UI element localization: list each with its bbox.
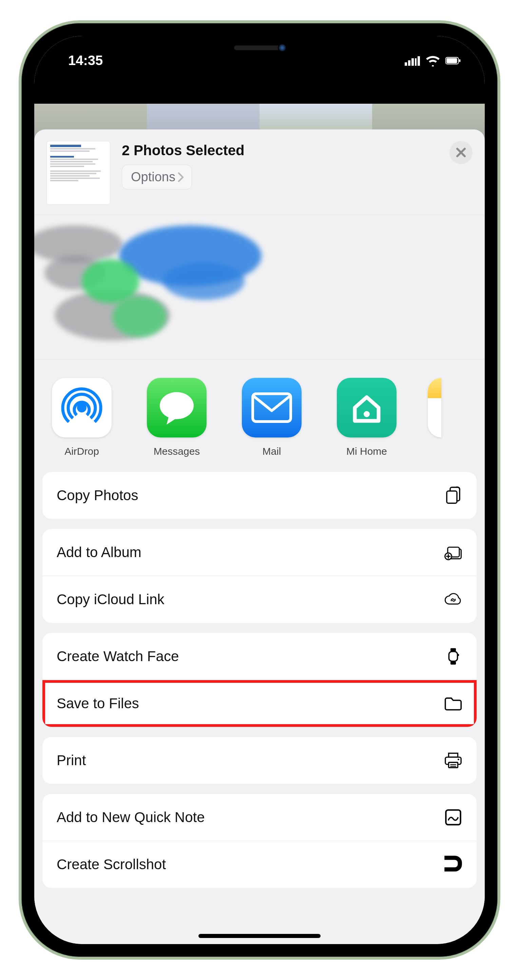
action-save-to-files[interactable]: Save to Files: [42, 680, 477, 727]
svg-rect-18: [450, 662, 456, 665]
svg-point-9: [160, 392, 194, 419]
action-label: Copy Photos: [57, 487, 138, 504]
svg-rect-4: [418, 56, 420, 66]
options-button[interactable]: Options: [122, 165, 192, 189]
svg-point-25: [458, 759, 459, 760]
status-icons: [405, 55, 461, 67]
actions-list: Copy Photos Add to Album Copy iCloud Lin…: [34, 472, 485, 912]
app-share-row[interactable]: AirDrop Messages Mail: [34, 360, 485, 472]
svg-rect-0: [405, 62, 407, 66]
photo-thumbnail[interactable]: [46, 141, 110, 205]
sheet-title: 2 Photos Selected: [122, 142, 438, 159]
close-button[interactable]: [449, 141, 473, 164]
sheet-header: 2 Photos Selected Options: [34, 129, 485, 215]
action-create-watch-face[interactable]: Create Watch Face: [42, 633, 477, 680]
action-copy-photos[interactable]: Copy Photos: [42, 472, 477, 519]
status-time: 14:35: [68, 53, 103, 68]
svg-rect-12: [447, 491, 457, 503]
airdrop-icon: [52, 378, 112, 438]
share-app-messages[interactable]: Messages: [143, 378, 211, 457]
scrollshot-icon: [444, 855, 462, 873]
action-label: Add to Album: [57, 544, 141, 560]
cellular-icon: [405, 55, 420, 67]
action-add-quick-note[interactable]: Add to New Quick Note: [42, 794, 477, 841]
status-area: 14:35: [34, 36, 485, 144]
action-label: Print: [57, 752, 86, 768]
app-label: Mail: [238, 445, 306, 457]
phone-frame: 14:35: [19, 20, 500, 960]
front-camera: [278, 43, 287, 52]
cloud-link-icon: [444, 590, 462, 609]
folder-icon: [444, 694, 462, 713]
svg-rect-19: [458, 654, 459, 656]
action-label: Create Watch Face: [57, 648, 179, 665]
app-label: AirDrop: [48, 445, 116, 457]
action-print[interactable]: Print: [42, 737, 477, 784]
svg-rect-3: [415, 58, 417, 66]
mute-switch: [19, 228, 20, 265]
action-label: Copy iCloud Link: [57, 591, 164, 608]
svg-rect-2: [412, 58, 414, 66]
share-app-airdrop[interactable]: AirDrop: [48, 378, 116, 457]
svg-rect-6: [446, 58, 457, 63]
notes-icon: [428, 378, 441, 438]
quick-note-icon: [444, 808, 462, 826]
suggestions-area: [34, 215, 485, 360]
share-sheet: 2 Photos Selected Options: [34, 129, 485, 944]
home-indicator[interactable]: [198, 934, 321, 938]
action-label: Add to New Quick Note: [57, 809, 205, 826]
action-label: Create Scrollshot: [57, 856, 166, 873]
mail-icon: [242, 378, 302, 438]
svg-rect-17: [450, 648, 456, 651]
share-app-mihome[interactable]: Mi Home: [333, 378, 401, 457]
wifi-icon: [425, 55, 441, 67]
copy-icon: [444, 486, 462, 504]
action-copy-icloud-link[interactable]: Copy iCloud Link: [42, 576, 477, 623]
messages-icon: [147, 378, 207, 438]
mihome-icon: [337, 378, 396, 438]
screen: 14:35: [34, 36, 485, 944]
power-button: [499, 315, 500, 423]
close-icon: [455, 147, 467, 158]
action-label: Save to Files: [57, 695, 139, 712]
app-label: Mi Home: [333, 445, 401, 457]
volume-up-button: [19, 294, 20, 365]
battery-icon: [446, 55, 461, 67]
chevron-right-icon: [177, 172, 185, 182]
svg-point-11: [364, 411, 370, 417]
printer-icon: [444, 751, 462, 770]
svg-rect-7: [459, 59, 460, 62]
action-create-scrollshot[interactable]: Create Scrollshot: [42, 841, 477, 888]
volume-down-button: [19, 382, 20, 453]
svg-rect-1: [408, 60, 410, 66]
options-label: Options: [131, 170, 176, 185]
share-app-mail[interactable]: Mail: [238, 378, 306, 457]
notch: [168, 36, 351, 62]
svg-rect-10: [253, 394, 291, 422]
svg-rect-16: [449, 652, 457, 662]
watch-icon: [444, 647, 462, 665]
action-add-to-album[interactable]: Add to Album: [42, 529, 477, 576]
app-label: Messages: [143, 445, 211, 457]
svg-rect-21: [449, 753, 458, 757]
album-add-icon: [444, 543, 462, 562]
share-app-notes-peek[interactable]: [428, 378, 441, 445]
